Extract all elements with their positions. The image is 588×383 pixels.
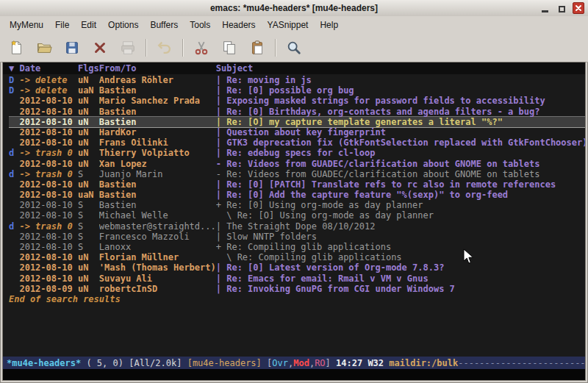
message-flags: uN — [78, 262, 99, 273]
message-date: -> delete — [19, 75, 77, 85]
menu-edit[interactable]: Edit — [75, 18, 102, 32]
message-row[interactable]: 2012-08-10uN'Mash (Thomas Herbert)| Re: … — [9, 262, 585, 273]
modeline-segment: maildir:/bulk — [389, 358, 458, 368]
message-from: Frans Oilinki — [99, 137, 216, 148]
message-subject: | Re: [0] [PATCH] Translate refs to rc a… — [216, 179, 585, 190]
message-subject: | Re: [0] Latest version of Org-mode 7.8… — [216, 262, 585, 273]
message-row[interactable]: 2012-08-10uNHardKor| Question about key … — [9, 127, 585, 137]
titlebar[interactable]: emacs: *mu4e-headers* [mu4e-headers] — [0, 0, 588, 17]
message-row[interactable]: D-> deleteuaNBastien| Re: [0] possible o… — [9, 85, 585, 96]
message-row[interactable]: D-> deleteuNAndreas Röhler| Re: moving i… — [9, 75, 585, 85]
message-row[interactable]: 2012-08-10uNXan Lopez- Re: Videos from G… — [9, 159, 585, 169]
message-row[interactable]: 2012-08-09uNrobertcInSD| Re: Invoking Gn… — [9, 284, 585, 294]
message-flags: uaN — [78, 85, 99, 96]
message-subject: + Re: Compiling glib applications — [216, 242, 585, 252]
message-from: 'Mash (Thomas Herbert) — [99, 262, 216, 273]
menu-mymenu[interactable]: MyMenu — [4, 18, 49, 32]
sort-direction-icon[interactable]: ▼ — [9, 62, 19, 74]
message-flags: uN — [78, 127, 99, 137]
message-flags: S — [78, 210, 99, 221]
message-row[interactable]: 2012-08-10uNFlorian Müllner \ Re: Compil… — [9, 252, 585, 262]
modeline-segment: ----------------------------------------… — [458, 358, 585, 368]
message-mark — [9, 210, 19, 221]
message-from: Thierry Volpiatto — [99, 148, 216, 158]
message-subject: \ Re: [O] Using org-mode as day planner — [216, 210, 585, 221]
message-row[interactable]: d-> trash 0uNThierry Volpiatto| Re: edeb… — [9, 148, 585, 158]
message-mark — [9, 284, 19, 294]
message-row[interactable]: d-> trash 0SJuanjo Marin- Re: Videos fro… — [9, 169, 585, 179]
message-subject: | Re: edebug specs for cl-loop — [216, 148, 585, 158]
message-from: Xan Lopez — [99, 159, 216, 169]
minimize-icon — [542, 10, 548, 12]
search-icon — [286, 40, 302, 56]
message-list: D-> deleteuNAndreas Röhler| Re: moving i… — [9, 75, 585, 294]
message-flags: uN — [78, 107, 99, 117]
menu-headers[interactable]: Headers — [216, 18, 261, 32]
message-date: 2012-08-10 — [19, 273, 77, 284]
message-subject: | Question about key fingerprint — [216, 127, 585, 137]
modeline-segment: Mod — [293, 358, 309, 368]
print-icon — [120, 40, 136, 56]
cut-button[interactable] — [191, 37, 212, 58]
undo-icon — [157, 40, 173, 56]
window-title: emacs: *mu4e-headers* [mu4e-headers] — [210, 3, 378, 13]
message-date: -> trash 0 — [19, 221, 77, 232]
close-button[interactable] — [90, 37, 110, 58]
message-subject: | Re: [0] Add the capture feature "%(sex… — [216, 190, 585, 200]
menu-yasnippet[interactable]: YASnippet — [262, 18, 315, 32]
message-row[interactable]: 2012-08-10uaNBastien| Re: [0] Add the ca… — [9, 190, 585, 200]
message-date: 2012-08-10 — [19, 232, 77, 242]
open-file-button[interactable] — [34, 37, 54, 58]
message-row[interactable]: 2012-08-10SFrancesco Mazzoli| Slow NNTP … — [9, 232, 585, 242]
echo-area[interactable] — [3, 369, 585, 380]
menu-tools[interactable]: Tools — [184, 18, 216, 32]
message-mark — [9, 273, 19, 284]
new-file-button[interactable] — [6, 37, 26, 58]
message-row[interactable]: 2012-08-10uNBastien| Re: [O] my capture … — [9, 116, 585, 128]
message-subject: - Re: Videos from GUADEC/clarification a… — [216, 169, 585, 179]
message-from: HardKor — [99, 127, 216, 137]
column-header-subject[interactable]: Subject — [216, 62, 585, 74]
menu-help[interactable]: Help — [314, 18, 344, 32]
maximize-icon — [559, 6, 565, 12]
search-button[interactable] — [284, 37, 304, 58]
window-buttons — [539, 2, 584, 14]
message-mark — [9, 179, 19, 190]
column-header-date[interactable]: Date — [19, 62, 77, 74]
modeline-segment: [ — [267, 358, 272, 368]
copy-button[interactable] — [219, 37, 240, 58]
modeline-segment: , — [288, 358, 293, 368]
message-row[interactable]: 2012-08-10uNMario Sanchez Prada| Exposin… — [9, 96, 585, 106]
message-subject: | Re: Invoking GnuPG from CGI under Wind… — [216, 284, 585, 294]
menu-options[interactable]: Options — [102, 18, 144, 32]
message-row[interactable]: 2012-08-10SBastien+ Re: [0] Using org-mo… — [9, 200, 585, 210]
message-subject: - Re: Videos from GUADEC/clarification a… — [216, 159, 585, 169]
message-subject: | Re: Emacs for email: Rmail v VM v Gnus — [216, 273, 585, 284]
print-button — [118, 37, 138, 58]
paste-button[interactable] — [247, 37, 268, 58]
message-row[interactable]: 2012-08-10uNBastien| Re: [0] Birthdays, … — [9, 107, 585, 117]
modeline-segment: ] — [326, 358, 336, 368]
save-button[interactable] — [62, 37, 82, 58]
maximize-button[interactable] — [556, 2, 567, 14]
modeline-segment: *mu4e-headers* — [7, 358, 81, 368]
close-button[interactable] — [573, 2, 584, 14]
message-row[interactable]: 2012-08-10uNFrans Oilinki| GTK3 deprecat… — [9, 137, 585, 148]
new-file-icon — [8, 40, 24, 56]
minimize-button[interactable] — [539, 2, 551, 14]
message-row[interactable]: 2012-08-10SLanoxx+ Re: Compiling glib ap… — [9, 242, 585, 252]
column-header-from[interactable]: From/To — [99, 62, 216, 74]
message-from: Bastien — [99, 190, 216, 200]
message-date: 2012-08-10 — [19, 252, 77, 262]
message-row[interactable]: 2012-08-10uNSuvayu Ali| Re: Emacs for em… — [9, 273, 585, 284]
message-row[interactable]: 2012-08-10uNBastien| Re: [0] [PATCH] Tra… — [9, 179, 585, 190]
menu-file[interactable]: File — [49, 18, 75, 32]
message-flags: S — [78, 169, 99, 179]
message-subject: | Exposing masked strings for password f… — [216, 96, 585, 106]
message-row[interactable]: 2012-08-10SMichael Welle \ Re: [O] Using… — [9, 210, 585, 221]
message-row[interactable]: d-> trash 0Swebmaster@straightd...| The … — [9, 221, 585, 232]
message-mark: d — [9, 169, 19, 179]
message-mark: d — [9, 221, 19, 232]
column-header-flags[interactable]: Flgs — [78, 62, 99, 74]
menu-buffers[interactable]: Buffers — [144, 18, 184, 32]
